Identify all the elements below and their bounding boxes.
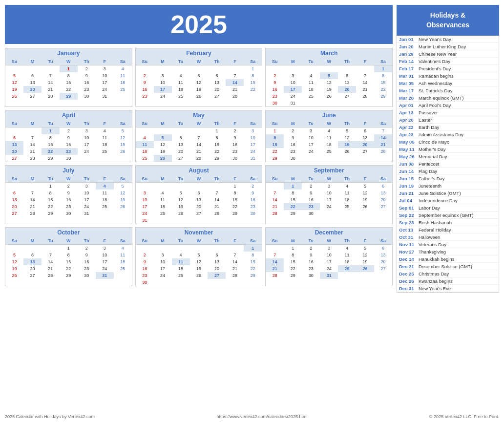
day-cell: 4 (96, 127, 114, 134)
holiday-name: Halloween (419, 234, 440, 240)
day-cell: 20 (374, 258, 392, 265)
day-cell: 9 (244, 190, 262, 196)
day-cell: 14 (190, 141, 208, 148)
day-cell: 5 (338, 127, 356, 134)
empty-day (42, 245, 60, 252)
day-cell: 11 (154, 196, 172, 203)
holiday-date: Jun 08 (399, 161, 417, 167)
day-cell: 8 (208, 134, 226, 141)
day-of-week-header: Su (266, 120, 284, 127)
day-cell: 26 (5, 272, 23, 279)
day-cell: 16 (266, 86, 284, 93)
day-cell: 7 (42, 72, 60, 79)
day-cell: 28 (374, 148, 392, 155)
holiday-name: Earth Day (419, 125, 439, 130)
holiday-date: Jun 14 (399, 169, 417, 174)
holiday-date: Feb 17 (399, 66, 417, 71)
day-cell: 3 (320, 245, 338, 252)
day-cell: 24 (320, 265, 338, 272)
months-grid: JanuarySuMTuWThFSa1234567891011121314151… (5, 48, 393, 286)
day-cell: 4 (136, 134, 154, 141)
empty-day (284, 65, 302, 72)
day-of-week-header: Sa (114, 58, 132, 65)
day-of-week-header: Su (5, 120, 23, 127)
day-cell: 15 (60, 258, 78, 265)
day-cell: 26 (154, 155, 172, 162)
day-of-week-header: Tu (302, 175, 320, 183)
day-cell: 19 (114, 141, 132, 148)
day-cell: 16 (284, 141, 302, 148)
holiday-item: Jan 20Martin Luther King Day (397, 43, 499, 50)
day-cell: 30 (60, 210, 78, 217)
month-block: JuneSuMTuWThFSa1234567891011121314151617… (265, 110, 393, 162)
empty-day (42, 65, 60, 72)
day-cell: 29 (42, 155, 60, 162)
month-day-grid: SuMTuWThFSa12345678910111213141516171819… (266, 120, 392, 162)
day-cell: 14 (42, 79, 60, 86)
day-of-week-header: Tu (302, 58, 320, 65)
day-of-week-header: Sa (374, 58, 392, 65)
month-title: April (5, 110, 132, 120)
day-cell: 27 (208, 272, 226, 279)
month-title: July (5, 166, 132, 175)
day-cell: 27 (208, 93, 226, 100)
day-cell: 6 (23, 252, 42, 258)
day-cell: 22 (226, 203, 244, 210)
day-cell: 31 (244, 155, 262, 162)
empty-day (208, 65, 226, 72)
day-cell: 5 (5, 252, 23, 258)
day-of-week-header: Sa (244, 175, 262, 183)
day-cell: 1 (284, 183, 302, 190)
day-of-week-header: Tu (172, 120, 190, 127)
empty-day (5, 183, 23, 190)
day-cell: 27 (338, 93, 356, 100)
empty-day (190, 65, 208, 72)
holiday-list: Jan 01New Year's DayJan 20Martin Luther … (397, 36, 499, 293)
holiday-name: Flag Day (419, 169, 437, 174)
day-cell: 11 (338, 190, 356, 196)
day-cell: 14 (374, 134, 392, 141)
day-cell: 7 (208, 190, 226, 196)
empty-day (338, 65, 356, 72)
day-cell: 14 (356, 79, 374, 86)
holiday-name: New Year's Eve (419, 286, 451, 291)
day-cell: 2 (284, 127, 302, 134)
day-cell: 13 (208, 79, 226, 86)
day-cell: 19 (320, 86, 338, 93)
day-cell: 2 (136, 72, 154, 79)
day-cell: 20 (23, 86, 42, 93)
day-cell: 20 (208, 86, 226, 93)
day-cell: 28 (23, 155, 42, 162)
empty-day (136, 183, 154, 190)
day-cell: 1 (244, 65, 262, 72)
day-cell: 17 (78, 196, 96, 203)
day-cell: 5 (5, 72, 23, 79)
empty-day (154, 245, 172, 252)
holiday-name: St. Patrick's Day (419, 88, 452, 93)
day-cell: 3 (96, 65, 114, 72)
day-cell: 27 (172, 155, 190, 162)
day-of-week-header: W (320, 120, 338, 127)
day-cell: 6 (208, 72, 226, 79)
footer: 2025 Calendar with Holidays by Vertex42.… (5, 414, 499, 419)
holiday-date: Oct 13 (399, 227, 417, 233)
day-of-week-header: Sa (244, 237, 262, 245)
day-cell: 15 (244, 79, 262, 86)
day-of-week-header: Sa (374, 237, 392, 245)
day-cell: 29 (60, 93, 78, 100)
day-cell: 25 (338, 203, 356, 210)
holiday-name: New Year's Day (419, 37, 451, 42)
empty-day (154, 127, 172, 134)
empty-day (154, 65, 172, 72)
day-cell: 22 (244, 86, 262, 93)
page: 2025 JanuarySuMTuWThFSa12345678910111213… (0, 0, 504, 424)
day-cell: 26 (114, 203, 132, 210)
day-cell: 10 (136, 196, 154, 203)
day-cell: 11 (114, 252, 132, 258)
holiday-name: March equinox (GMT) (419, 95, 463, 101)
holiday-item: Dec 21December Solstice (GMT) (397, 263, 499, 270)
day-of-week-header: Tu (172, 58, 190, 65)
day-cell: 29 (244, 272, 262, 279)
day-cell: 23 (78, 86, 96, 93)
holiday-date: Dec 26 (399, 278, 417, 284)
